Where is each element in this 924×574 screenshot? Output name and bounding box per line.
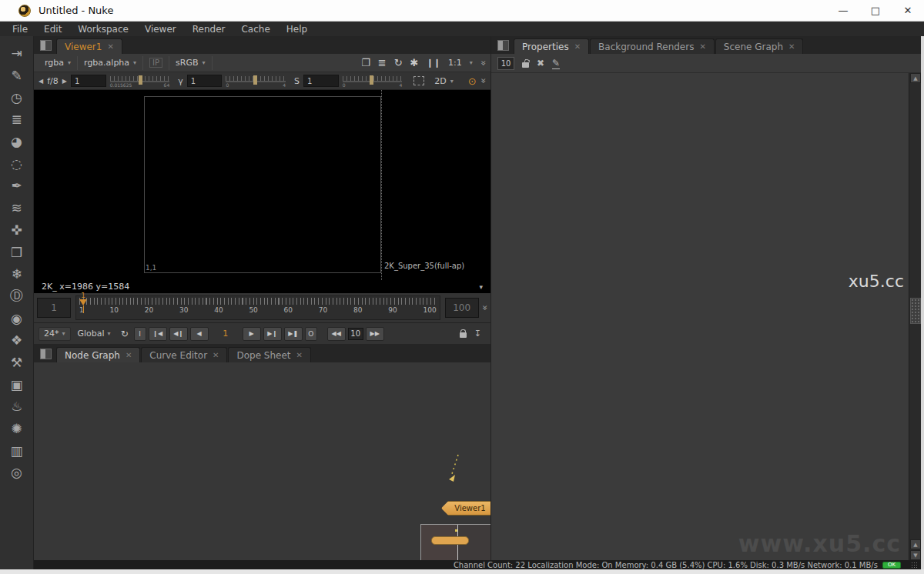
toolbar-time-icon[interactable]: ◷ [5,86,28,108]
pause-icon[interactable]: ❙❙ [427,58,440,68]
tab-curve-editor[interactable]: Curve Editor ✕ [141,347,227,362]
viewer-image-area[interactable]: 1,1 2K_Super_35(full-ap) [34,90,490,280]
tab-background-renders[interactable]: Background Renders ✕ [590,38,715,54]
aperture-next-icon[interactable]: ▶ [62,78,67,85]
gain-field[interactable]: 1 [71,75,106,87]
minimize-button[interactable]: — [827,0,859,22]
frame-increment-field[interactable]: 10 [348,328,363,340]
refresh-icon[interactable]: ↻ [394,57,403,68]
current-frame-field[interactable]: 1 [211,329,240,339]
roi-icon[interactable]: ✱ [410,57,419,68]
toolbar-other-icon[interactable]: ▣ [5,373,28,395]
maximize-button[interactable]: □ [859,0,892,22]
vertical-scrollbar[interactable]: ▲ ▲ ▼ [909,73,921,560]
view-mode-dropdown[interactable]: 2D ▾ [428,74,459,88]
channels-dropdown[interactable]: rgba ▾ [38,56,78,70]
toolbar-keyer-icon[interactable]: ✒ [5,175,28,197]
lut-dropdown[interactable]: sRGB ▾ [169,56,212,70]
collapse-chevrons-icon[interactable]: » [477,60,488,65]
playhead[interactable]: 1 [78,292,89,313]
edit-pencil-icon[interactable]: ✎ [552,58,560,69]
tab-scene-graph[interactable]: Scene Graph ✕ [715,38,804,54]
scroll-down-icon[interactable]: ▼ [910,550,921,560]
toolbar-transform-icon[interactable]: ✜ [5,219,28,242]
toolbar-plugin-cylinder-icon[interactable]: ▥ [5,439,28,462]
resize-grip[interactable] [911,562,918,569]
tab-dope-sheet[interactable]: Dope Sheet ✕ [228,347,310,362]
collapse-chevrons-icon[interactable]: » [477,78,488,83]
toolbar-merge-icon[interactable]: ≋ [5,197,28,219]
play-forward-button[interactable]: ▶ [243,327,261,341]
close-button[interactable]: ✕ [892,0,924,22]
panel-chooser-icon[interactable] [497,40,509,51]
toolbar-plugin-target-icon[interactable]: ◎ [5,462,28,484]
saturation-slider[interactable]: 0 4 [343,74,403,88]
stack-mode-icon[interactable]: ≣ [378,57,387,68]
tab-close-icon[interactable]: ✕ [296,351,303,359]
tab-close-icon[interactable]: ✕ [788,42,795,51]
panel-chooser-icon[interactable] [40,349,52,359]
scroll-up-icon[interactable]: ▲ [910,73,921,83]
flipbook-icon[interactable]: ↧ [474,329,481,339]
tab-close-icon[interactable]: ✕ [126,351,132,359]
next-frame-button[interactable]: ▶❙ [263,327,282,341]
collapse-chevrons-icon[interactable]: » [479,305,490,310]
gamma-field[interactable]: 1 [187,75,223,87]
unlock-icon[interactable] [522,62,529,68]
toolbar-deep-icon[interactable]: Ⓓ [5,285,28,308]
toolbar-plugin-sparkle-icon[interactable]: ✺ [5,418,28,440]
saturation-field[interactable]: 1 [303,75,339,87]
toolbar-plugin-flame-icon[interactable]: ♨ [5,395,28,418]
close-all-panels-icon[interactable]: ✖ [537,58,544,68]
range-start-field[interactable]: 1 [37,298,71,318]
toolbar-particles-icon[interactable]: ❄ [5,263,28,285]
toolbar-views-icon[interactable]: ◉ [5,307,28,329]
menu-cache[interactable]: Cache [241,24,270,35]
toolbar-channel-icon[interactable]: ≣ [5,108,28,131]
fps-dropdown[interactable]: 24* ▾ [38,327,71,341]
roi-selection-icon[interactable] [413,76,424,85]
toolbar-filter-icon[interactable]: ◌ [5,152,28,175]
skip-back-button[interactable]: ◀◀ [327,327,346,341]
menu-help[interactable]: Help [286,24,307,35]
tab-properties[interactable]: Properties ✕ [514,38,589,54]
scrollbar-grip[interactable] [910,298,921,324]
gain-slider[interactable]: 0.015625 64 [110,74,170,88]
panel-chooser-icon[interactable] [40,40,52,51]
tab-close-icon[interactable]: ✕ [107,42,113,51]
menu-workspace[interactable]: Workspace [78,24,129,35]
timeline-ruler[interactable]: 1 10 20 30 40 50 60 70 80 90 100 1 [75,295,440,320]
chevron-down-icon[interactable]: ▾ [479,283,483,291]
tab-close-icon[interactable]: ✕ [213,351,219,359]
gamma-slider[interactable]: 0 4 [226,74,286,88]
play-backward-button[interactable]: ◀ [190,327,209,341]
scroll-up-icon[interactable]: ▲ [910,539,921,549]
zoom-level-dropdown[interactable]: 1:1 [448,58,462,68]
menu-file[interactable]: File [12,24,28,35]
back-frame-button[interactable]: ◀❙ [169,327,188,341]
goto-end-button[interactable]: ▶❚ [284,327,303,341]
node-graph-canvas[interactable]: Viewer1 [34,362,490,560]
toolbar-draw-icon[interactable]: ✎ [5,65,28,87]
tab-close-icon[interactable]: ✕ [574,42,581,51]
tab-close-icon[interactable]: ✕ [699,42,705,51]
viewer1-node[interactable]: Viewer1 [441,501,490,516]
toolbar-toolsets-icon[interactable]: ⚒ [5,352,28,374]
toolbar-metadata-icon[interactable]: ❖ [5,329,28,352]
toolbar-3d-icon[interactable]: ❒ [5,241,28,263]
loop-mode-icon[interactable]: ↻ [121,329,129,339]
input-process-toggle[interactable]: IP [149,58,162,68]
toolbar-image-icon[interactable]: ⇥ [5,42,28,65]
max-panels-field[interactable]: 10 [497,57,514,70]
menu-render[interactable]: Render [192,24,226,35]
node-graph-minimap[interactable] [420,524,490,560]
toolbar-color-icon[interactable]: ◕ [5,131,28,153]
menu-edit[interactable]: Edit [44,24,62,35]
aperture-prev-icon[interactable]: ◀ [38,78,43,85]
tab-viewer1[interactable]: Viewer1 ✕ [56,38,122,54]
display-mode-icon[interactable]: ❐ [361,57,370,68]
out-point-button[interactable]: O [305,327,317,341]
goto-start-button[interactable]: ❙◀ [149,327,167,341]
tab-node-graph[interactable]: Node Graph ✕ [56,347,140,362]
in-point-button[interactable]: I [134,327,146,341]
